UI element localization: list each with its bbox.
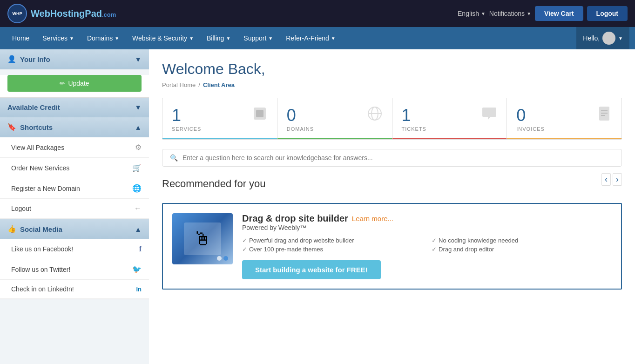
- twitter-link[interactable]: Follow us on Twitter! 🐦: [0, 259, 149, 280]
- nav-user[interactable]: Hello, ▼: [576, 27, 629, 49]
- invoices-label: INVOICES: [516, 126, 545, 132]
- pencil-icon: ✏: [60, 80, 65, 87]
- logout-button[interactable]: Logout: [587, 6, 628, 21]
- website-chevron-icon: ▼: [189, 36, 194, 41]
- nav-support[interactable]: Support ▼: [237, 27, 279, 49]
- svg-rect-6: [601, 110, 608, 111]
- shortcuts-label: 🔖 Shortcuts: [7, 123, 53, 131]
- avatar: [602, 32, 615, 45]
- nav-home[interactable]: Home: [6, 27, 36, 49]
- main-layout: 👤 Your Info ▼ ✏ Update Available Credit …: [0, 49, 635, 364]
- svg-rect-8: [601, 115, 605, 116]
- top-bar: WHP WebHostingPad.com English ▼ Notifica…: [0, 0, 635, 27]
- rec-title: Drag & drop site builder Learn more...: [242, 213, 612, 224]
- refer-chevron-icon: ▼: [331, 36, 336, 41]
- nav-billing[interactable]: Billing ▼: [200, 27, 237, 49]
- stat-domains[interactable]: 0 DOMAINS: [277, 98, 392, 139]
- check-icon-3: ✓: [432, 237, 437, 244]
- stats-row: 1 SERVICES 0 DOMAINS: [162, 98, 622, 140]
- notifications-chevron-icon: ▼: [527, 11, 531, 16]
- cursor-icon: 🖱: [193, 229, 212, 249]
- recommended-nav: ‹ ›: [601, 173, 622, 186]
- rec-features: ✓ Powerful drag and drop website builder…: [242, 237, 612, 253]
- services-label: SERVICES: [172, 126, 201, 132]
- billing-chevron-icon: ▼: [226, 36, 230, 41]
- available-credit-section[interactable]: Available Credit ▼: [0, 98, 149, 117]
- stat-invoices[interactable]: 0 INVOICES: [507, 98, 621, 139]
- shortcuts-content: View All Packages ⚙ Order New Services 🛒…: [0, 137, 149, 219]
- services-chevron-icon: ▼: [69, 36, 74, 41]
- linkedin-link[interactable]: Check in on LinkedIn! in: [0, 280, 149, 299]
- your-info-section[interactable]: 👤 Your Info ▼: [0, 49, 149, 69]
- nav-refer[interactable]: Refer-A-Friend ▼: [279, 27, 342, 49]
- feature-1: ✓ Powerful drag and drop website builder: [242, 237, 422, 244]
- stat-tickets[interactable]: 1 TICKETS: [392, 98, 507, 139]
- domains-number: 0: [287, 106, 296, 125]
- feature-4: ✓ Drag and drop editor: [432, 246, 612, 253]
- main-content: Welcome Back, Portal Home / Client Area …: [149, 49, 635, 364]
- dot1: [217, 256, 222, 261]
- nav-website-security[interactable]: Website & Security ▼: [126, 27, 200, 49]
- tickets-label: TICKETS: [402, 126, 426, 132]
- learn-more-link[interactable]: Learn more...: [352, 215, 393, 222]
- language-selector[interactable]: English ▼: [458, 10, 486, 17]
- check-icon-4: ✓: [432, 246, 437, 253]
- rec-image: 🖱: [172, 213, 233, 264]
- shortcut-view-packages[interactable]: View All Packages ⚙: [0, 137, 149, 158]
- breadcrumb-current: Client Area: [203, 81, 235, 88]
- domains-icon: [365, 104, 385, 128]
- rec-subtitle: Powered by Weebly™: [242, 224, 612, 231]
- view-cart-button[interactable]: View Cart: [535, 6, 583, 21]
- prev-arrow[interactable]: ‹: [601, 173, 611, 186]
- social-media-section[interactable]: 👍 Social Media ▲: [0, 219, 149, 239]
- next-arrow[interactable]: ›: [613, 173, 622, 186]
- cart-icon: 🛒: [132, 163, 142, 172]
- search-input[interactable]: [182, 154, 614, 162]
- logout-arrow-icon: ←: [134, 204, 142, 213]
- domains-chevron-icon: ▼: [115, 36, 119, 41]
- nav-services[interactable]: Services ▼: [36, 27, 81, 49]
- available-credit-label: Available Credit: [7, 103, 60, 111]
- shortcut-logout[interactable]: Logout ←: [0, 199, 149, 219]
- linkedin-icon: in: [136, 286, 142, 293]
- svg-rect-7: [601, 113, 608, 114]
- invoices-icon: [594, 104, 614, 128]
- shortcuts-section[interactable]: 🔖 Shortcuts ▲: [0, 117, 149, 137]
- start-building-button[interactable]: Start building a website for FREE!: [242, 260, 381, 279]
- nav-bar: Home Services ▼ Domains ▼ Website & Secu…: [0, 27, 635, 49]
- top-bar-right: English ▼ Notifications ▼ View Cart Logo…: [458, 6, 628, 21]
- dot2: [223, 256, 228, 261]
- shortcut-register-domain[interactable]: Register a New Domain 🌐: [0, 178, 149, 199]
- social-media-content: Like us on Facebook! f Follow us on Twit…: [0, 239, 149, 299]
- recommended-card: 🖱 Drag & drop site builder Learn more...…: [162, 203, 622, 290]
- language-chevron-icon: ▼: [481, 11, 486, 16]
- logo-area: WHP WebHostingPad.com: [7, 4, 116, 23]
- services-icon: [250, 104, 270, 128]
- check-icon-1: ✓: [242, 237, 247, 244]
- breadcrumb-separator: /: [198, 81, 200, 88]
- tickets-bar: [392, 138, 507, 139]
- logo-icon: WHP: [7, 4, 27, 23]
- your-info-content: ✏ Update: [0, 75, 149, 98]
- social-chevron-icon: ▲: [135, 225, 142, 233]
- facebook-link[interactable]: Like us on Facebook! f: [0, 239, 149, 259]
- domains-bar: [277, 138, 392, 139]
- shortcut-order-services[interactable]: Order New Services 🛒: [0, 158, 149, 178]
- services-number: 1: [172, 106, 181, 125]
- breadcrumb-home[interactable]: Portal Home: [162, 81, 196, 88]
- globe-icon: 🌐: [132, 184, 142, 193]
- logo-text: WebHostingPad.com: [31, 8, 116, 19]
- update-button[interactable]: ✏ Update: [7, 75, 142, 92]
- stat-services[interactable]: 1 SERVICES: [162, 98, 277, 139]
- rec-content: Drag & drop site builder Learn more... P…: [242, 213, 612, 279]
- bookmark-icon: 🔖: [7, 123, 16, 131]
- feature-2: ✓ Over 100 pre-made themes: [242, 246, 422, 253]
- social-media-label: 👍 Social Media: [7, 225, 62, 233]
- notifications-button[interactable]: Notifications ▼: [489, 10, 531, 17]
- nav-domains[interactable]: Domains ▼: [81, 27, 126, 49]
- invoices-number: 0: [516, 106, 526, 125]
- invoices-bar: [507, 138, 621, 139]
- person-icon: 👤: [7, 55, 16, 63]
- check-icon-2: ✓: [242, 246, 247, 253]
- tickets-icon: [480, 104, 499, 128]
